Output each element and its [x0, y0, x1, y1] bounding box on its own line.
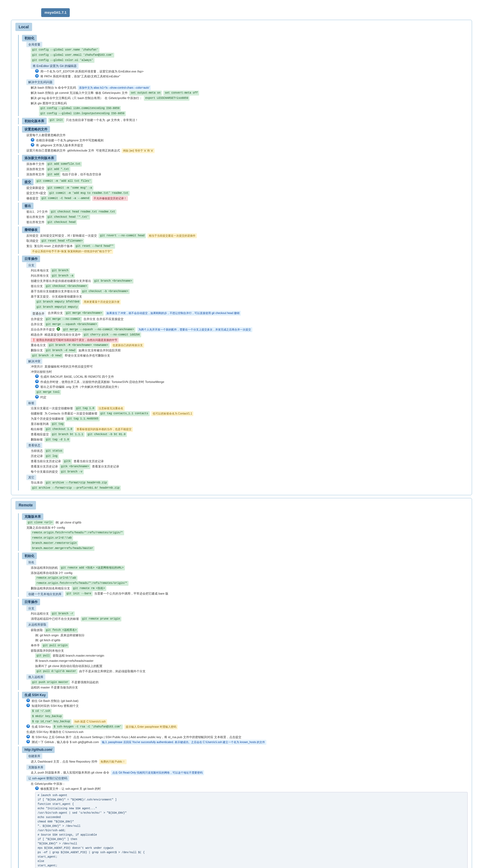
cherry-warn: ❗ 使用合并的提交可能对当前比较2个原文，自然出问题是直接的中节 — [31, 338, 119, 343]
pull-2b: git pull — [35, 653, 51, 658]
fetch-1-detail: 例: git fetch origin 原来这样就够别分 例: git fetc… — [35, 633, 467, 643]
commit-2b: git commit -m 'add msg to readme.txt' re… — [48, 191, 130, 196]
init-label: 初始化 — [22, 35, 37, 41]
commit-1a: 提交刷新提交 — [26, 186, 44, 190]
clone-label: 克隆版本库 — [22, 513, 43, 520]
conf-2c: 作成合并时使，使用合并工具，比较软件的是其默标: TortoiseSVN 启动合… — [40, 380, 164, 384]
pull-1b: git pull origin — [41, 643, 69, 648]
st-2a: 历史记录 — [31, 454, 43, 459]
alias-section: 别名 添加远程库到别的机 git remote add <别名> <这是网络地址… — [26, 559, 467, 591]
undo-content: 反转提交 反转提交定时提交，对 / 影响最近一次提交 git revert --… — [26, 233, 467, 254]
sa-code-block: # launch ssh-agent if [ "${SSH_ENV}" = "… — [35, 792, 467, 868]
st-4a: 查看某分支历史记录 — [31, 464, 58, 469]
rb-2a: 清理远程追踪中已经不在分支的标签 — [31, 617, 79, 621]
af-3c: 包括子目录，但不包含空目录 — [62, 172, 101, 177]
ssh-c2: $ mkdir key_backup — [31, 714, 63, 719]
co-2b: git checkout head '*.txt' — [46, 215, 90, 220]
undo-3b: 复位到 reset 之前的那个版本 — [34, 244, 73, 249]
oth-2: git archive --format=zip --prefix=nb1.0/… — [31, 486, 121, 491]
init-repo-cmd: git init — [48, 118, 64, 123]
co-3b: git checkout head — [46, 220, 77, 225]
br-rename-note: 也更新自己的的有效分支 — [111, 343, 144, 348]
local-section: Local 初始化 全局变量 git config --global user.… — [11, 20, 472, 495]
br-new: 基于当前分支创建新分支并签出分支 — [31, 289, 79, 294]
cr-1b: 免费的只能 Public！ — [99, 759, 127, 764]
sa-1: 修改配置文件：让 ssh-agent 关 git bash 的时 — [40, 786, 101, 792]
branch-label: 分支 — [26, 262, 36, 268]
push-section: 推入远程库 git push origin master 不是要强推到远处的 远… — [26, 674, 467, 690]
co-3a: 签出所有文件 — [26, 220, 44, 225]
clr-1b: 点击 Git Read-Only 找相同只读克隆对应的网络，可以这个地址不需要密… — [111, 770, 204, 775]
sa-dot1: ① — [35, 786, 39, 790]
br-list2-cmd: git branch -a — [51, 273, 75, 278]
al-2a: 添加远程库自动添加 2个 config — [31, 571, 72, 576]
pull-2a: 获取抓取并到到本地分支 — [31, 648, 64, 653]
ssh-agent-label: 让 ssh-agent 替我们记住密码 — [26, 775, 69, 781]
create-repo-label: 创建新库 — [26, 753, 42, 759]
conf-dot4: ④ — [35, 395, 39, 399]
st-4c: 查看某分支历史记录 — [92, 464, 119, 469]
ssh-agent-content: 在 Git\etc\profile 中添加： ① 修改配置文件：让 ssh-ag… — [31, 781, 467, 868]
commit-label: 提交 — [22, 179, 33, 185]
ssh-5a: 测试一下 GitHub，输入命令 $ ssh git@github.com — [32, 740, 99, 745]
other-label: 其它 — [26, 475, 36, 480]
status-section: 查看状态 当前状态 git status 历史记录 git log 查看当前分支… — [26, 442, 467, 474]
dot2: ② — [35, 74, 39, 78]
merge-desc: 合并两分支 — [48, 311, 63, 316]
br-checkout: 签出分支 — [31, 284, 43, 289]
init-repo-label: 初始化版本库 — [22, 118, 47, 124]
conf-2e: 约定 — [40, 395, 47, 400]
conflict-label: 解决冲突 — [26, 359, 42, 364]
br-create-cmd: git branch <branchname> — [93, 279, 133, 284]
tag-1a: 沿某分支最近一次提交创建标签 — [31, 406, 73, 411]
fix-3c: export LESSCHARSET=iso8859 — [144, 96, 189, 101]
commit-3c: 不允许修改提交历史记录！ — [92, 196, 128, 201]
checkout-content: 签出1、2个文件 git checkout head readme.txt re… — [26, 210, 467, 225]
undo-1a: 反转提交 — [26, 233, 38, 238]
gi-1a: 设置每个人都需要忽略的文件 — [26, 133, 66, 138]
remote-title: Remote — [16, 501, 36, 509]
status-label: 查看状态 — [26, 442, 42, 448]
fetch-1c: 例: git fetch origin — [35, 633, 59, 638]
tag-2d: 也可以把标签命名为 Contact/1.1 — [151, 411, 193, 416]
commit-3b: git commit -C head -a --amend — [40, 196, 91, 201]
ssh-1: 前往 Git Bash 控制台 (git bash.bat) — [32, 699, 79, 704]
root-title: msysGit1.7.1 — [41, 8, 70, 17]
gv-1: git config --global user.name 'zhahufan' — [31, 48, 99, 53]
gitignore-content: 设置每个人都需要忽略的文件 ① 在根目录创建一个名为.gitignore 文件中… — [26, 133, 467, 153]
branch-ops: 分支 列出本地分支 git branch 列出所有分支 git branch -… — [26, 262, 467, 358]
create-repo-section: 创建新库 进入 Dashboard 主页，点击 New Repository 控… — [26, 753, 467, 775]
al-1a: 添加远程库到别的机 — [31, 565, 58, 570]
clone-content: git clone <url> 例: git clone d:\git\b 克隆… — [26, 520, 467, 551]
merge-squash2-cmd: git merge --squash --no-commit <branchna… — [62, 327, 135, 332]
tag-6b: git branch bt 1.1.1 — [51, 432, 85, 437]
br-list1: 列出本地分支 — [31, 268, 49, 273]
al-config: remote.origin.url=d:\\ab remote.origin.f… — [35, 576, 467, 586]
al-c1: remote.origin.url=d:\\ab — [35, 576, 78, 581]
commit-1b: git commit -m 'some msg' -a — [46, 186, 93, 190]
al-3a: 删除远程库的别名和相应分支 — [31, 586, 70, 591]
fix-1b: 添加中文为 alias ls1='ls --show-control-chars… — [78, 85, 151, 90]
ssh-2-cmds: $ cd ~/.ssh $ mkdir key_backup $ cp id_r… — [31, 709, 467, 724]
merge-commit: 合并提交 — [31, 317, 43, 322]
cherry-pick-desc: 精选某提交到当前分支选中 — [44, 333, 81, 337]
br-delete: 删除分支 — [31, 348, 43, 353]
fix-3a: 解决 git log 命令中文注释乱码（只 bash 控制台有用） — [31, 96, 103, 101]
other-content: 导出库存 git archive --format=zip head#=nb.z… — [31, 480, 467, 491]
daily-section: 日常操作 分支 列出本地分支 git branch 列出所有分支 git bra… — [18, 255, 467, 491]
merge-squash2-note: 为两个人先开开发一个新的配件，需要在一个分支上提交多次，并发完成之后再合并一次提… — [137, 327, 252, 332]
editor-item1: 用一个名为 GIT_EDITOR 的系统环境变量，设置它的值为 EmEditor… — [40, 69, 144, 74]
fix-4b: git config --global i18n.commitencoding … — [39, 106, 121, 111]
tag-6c: git checkout -b bt 01.0 — [86, 432, 127, 437]
merge-squash2: 后台合并并不提交 — [31, 327, 55, 332]
editor-content: ① 用一个名为 GIT_EDITOR 的系统环境变量，设置它的值为 EmEdit… — [35, 69, 467, 79]
rb-1b: git branch -r — [51, 611, 75, 616]
fetch-section: 从远程库获取 获取抓取 git fetch <远程库名> 例: git fetc… — [26, 622, 467, 674]
af-1b: git add somefile.txt — [46, 162, 82, 167]
ssh-3d: 生成的 SSH Key 将储存在 C:\Users\c\i.ssh — [26, 730, 84, 735]
create-repo-content: 进入 Dashboard 主页，点击 New Repository 控件 免费的… — [31, 759, 467, 764]
oth-1b: git archive --format=zip head#=nb.zip — [44, 480, 108, 485]
tag-3b: git tag 1.1.4e8b565 — [66, 416, 100, 422]
st-1b: git status — [44, 448, 64, 454]
st-2b: git log — [44, 454, 59, 459]
